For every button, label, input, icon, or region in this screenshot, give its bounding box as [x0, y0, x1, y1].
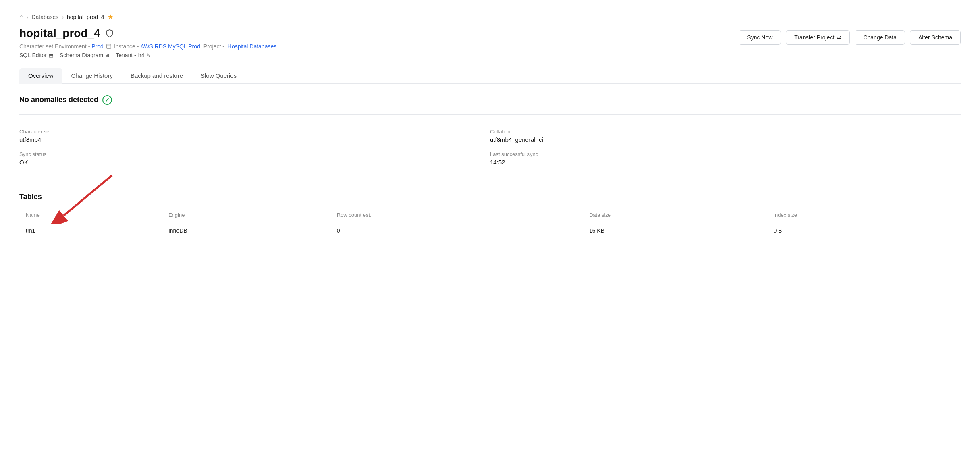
cell-engine: InnoDB — [162, 222, 330, 239]
header-row: hopital_prod_4 Character set Environment… — [19, 27, 961, 58]
tab-slow-queries[interactable]: Slow Queries — [192, 68, 245, 84]
schema-diagram-item[interactable]: Schema Diagram ⊞ — [60, 52, 109, 58]
edit-icon[interactable]: ✎ — [146, 52, 151, 58]
character-set-label: Character set — [19, 129, 490, 135]
home-icon[interactable]: ⌂ — [19, 13, 23, 21]
last-sync-value: 14:52 — [490, 159, 961, 166]
shield-icon — [104, 28, 115, 39]
breadcrumb-sep-2: › — [62, 14, 64, 20]
environment-label-text: Environment — [55, 43, 87, 50]
tables-section-title: Tables — [19, 193, 961, 201]
cell-rowcount: 0 — [330, 222, 583, 239]
instance-link[interactable]: AWS RDS MySQL Prod — [140, 43, 200, 50]
tenant-value: h4 — [138, 52, 145, 58]
col-name-header: Name — [19, 208, 162, 222]
cell-indexsize: 0 B — [767, 222, 961, 239]
tab-overview[interactable]: Overview — [19, 68, 62, 84]
tables-wrapper: Name Engine Row count est. Data size Ind… — [19, 208, 961, 239]
sync-status-value: OK — [19, 159, 490, 166]
transfer-icon: ⇄ — [837, 34, 841, 41]
cell-datasize: 16 KB — [583, 222, 767, 239]
header-left: hopital_prod_4 Character set Environment… — [19, 27, 276, 58]
tenant-label: Tenant - — [116, 52, 136, 58]
schema-diagram-label: Schema Diagram — [60, 52, 103, 58]
character-set-value: utf8mb4 — [19, 136, 490, 143]
anomaly-banner: No anomalies detected ✓ — [19, 95, 961, 115]
sql-editor-icon: ⬒ — [49, 52, 53, 58]
col-indexsize-header: Index size — [767, 208, 961, 222]
alter-schema-label: Alter Schema — [918, 34, 952, 41]
sql-editor-label: SQL Editor — [19, 52, 47, 58]
cell-name: tm1 — [19, 222, 162, 239]
breadcrumb-databases[interactable]: Databases — [31, 14, 58, 20]
sync-status-label: Sync status — [19, 151, 490, 157]
content: No anomalies detected ✓ Character set ut… — [19, 84, 961, 250]
tabs: Overview Change History Backup and resto… — [19, 68, 961, 84]
db-title-row: hopital_prod_4 — [19, 27, 276, 40]
db-title-text: hopital_prod_4 — [19, 27, 100, 40]
project-link[interactable]: Hospital Databases — [228, 43, 276, 50]
anomaly-text: No anomalies detected — [19, 96, 98, 104]
collation-cell: Collation utf8mb4_general_ci — [490, 125, 961, 147]
sync-now-button[interactable]: Sync Now — [739, 30, 781, 45]
tenant-item[interactable]: Tenant - h4 ✎ — [116, 52, 151, 58]
breadcrumb: ⌂ › Databases › hopital_prod_4 ★ — [19, 13, 961, 21]
table-header-row: Name Engine Row count est. Data size Ind… — [19, 208, 961, 222]
tables-table: Name Engine Row count est. Data size Ind… — [19, 208, 961, 239]
tab-change-history[interactable]: Change History — [62, 68, 122, 84]
schema-diagram-icon: ⊞ — [105, 52, 109, 58]
page: ⌂ › Databases › hopital_prod_4 ★ hopital… — [0, 0, 980, 453]
sql-editor-item[interactable]: SQL Editor ⬒ — [19, 52, 53, 58]
transfer-project-button[interactable]: Transfer Project ⇄ — [786, 30, 850, 45]
star-icon[interactable]: ★ — [108, 13, 113, 21]
col-datasize-header: Data size — [583, 208, 767, 222]
meta-row-1: Character set Environment - Prod Instanc… — [19, 43, 276, 50]
breadcrumb-sep-1: › — [27, 14, 29, 20]
col-engine-header: Engine — [162, 208, 330, 222]
col-rowcount-header: Row count est. — [330, 208, 583, 222]
environment-label: Character set — [19, 43, 53, 50]
change-data-label: Change Data — [863, 34, 897, 41]
last-sync-cell: Last successful sync 14:52 — [490, 147, 961, 170]
breadcrumb-current: hopital_prod_4 — [67, 14, 104, 20]
last-sync-label: Last successful sync — [490, 151, 961, 157]
check-circle-icon: ✓ — [102, 95, 112, 105]
sync-status-cell: Sync status OK — [19, 147, 490, 170]
info-grid: Character set utf8mb4 Collation utf8mb4_… — [19, 125, 961, 181]
change-data-button[interactable]: Change Data — [855, 30, 905, 45]
action-buttons: Sync Now Transfer Project ⇄ Change Data … — [739, 30, 961, 45]
character-set-cell: Character set utf8mb4 — [19, 125, 490, 147]
tables-section: Tables Name Engine — [19, 193, 961, 239]
alter-schema-button[interactable]: Alter Schema — [910, 30, 961, 45]
collation-value: utf8mb4_general_ci — [490, 136, 961, 143]
transfer-project-label: Transfer Project — [794, 34, 834, 41]
tab-backup-restore[interactable]: Backup and restore — [122, 68, 192, 84]
meta-row-2: SQL Editor ⬒ Schema Diagram ⊞ Tenant - h… — [19, 52, 276, 58]
sync-now-label: Sync Now — [747, 34, 772, 41]
table-row[interactable]: tm1 InnoDB 0 16 KB 0 B — [19, 222, 961, 239]
collation-label: Collation — [490, 129, 961, 135]
environment-link[interactable]: Prod — [91, 43, 104, 50]
